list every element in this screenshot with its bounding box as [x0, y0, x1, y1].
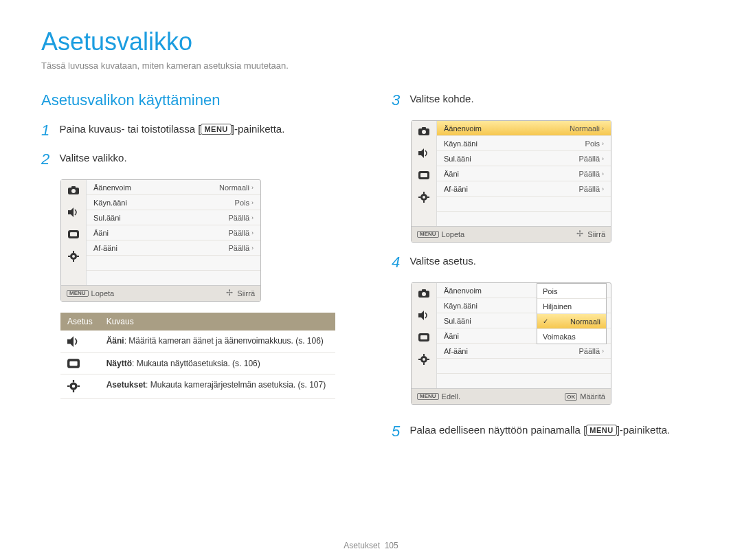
sound-icon: [418, 147, 430, 159]
menu-icon: MENU: [417, 231, 439, 238]
lcd-sidebar: [61, 180, 87, 285]
svg-marker-12: [67, 336, 74, 347]
submenu-overlay: Pois Hiljainen ✓Normaali Voimakas: [537, 283, 607, 344]
gear-icon: [60, 374, 100, 399]
step-number: 5: [392, 423, 407, 440]
svg-rect-19: [67, 385, 69, 387]
menu-icon: MENU: [417, 393, 439, 401]
svg-rect-8: [73, 251, 74, 253]
gear-icon: [418, 353, 430, 366]
svg-rect-30: [423, 201, 425, 203]
display-icon: [60, 353, 100, 374]
lcd-footer: MENUEdell. OKMääritä: [412, 388, 611, 404]
list-item: ÄänenvoimNormaali›: [87, 180, 260, 195]
svg-rect-34: [422, 289, 426, 291]
table-row: Näyttö: Mukauta näyttöasetuksia. (s. 106…: [60, 353, 335, 374]
table-header: Asetus: [60, 313, 100, 331]
list-item: Af-ääniPäällä›: [437, 181, 611, 197]
menu-icon: MENU: [67, 290, 89, 298]
display-icon: [418, 331, 430, 344]
svg-rect-9: [73, 260, 74, 262]
svg-rect-20: [78, 385, 80, 387]
step-number: 3: [392, 91, 407, 109]
step-5: 5 Palaa edelliseen näyttöön painamalla […: [392, 423, 701, 440]
step-text: Palaa edelliseen näyttöön painamalla [ME…: [409, 423, 670, 437]
svg-rect-14: [69, 361, 77, 366]
svg-rect-11: [77, 256, 79, 257]
step-number: 4: [392, 254, 407, 271]
lcd-screenshot-1: ÄänenvoimNormaali› Käyn.ääniPois› Sul.ää…: [60, 179, 261, 302]
ok-icon: OK: [565, 393, 577, 401]
step-text: Valitse asetus.: [409, 254, 475, 268]
section-heading: Asetusvalikon käyttäminen: [41, 91, 350, 109]
lcd-sidebar: [412, 121, 437, 226]
svg-marker-3: [68, 208, 74, 217]
list-item-selected: ÄänenvoimNormaali›: [437, 121, 611, 136]
camera-icon: [67, 184, 80, 197]
svg-rect-17: [73, 380, 74, 382]
svg-point-2: [71, 189, 76, 193]
page-title: Asetusvalikko: [41, 27, 701, 56]
dpad-icon: [226, 289, 234, 298]
svg-rect-42: [423, 363, 425, 365]
svg-marker-24: [418, 148, 424, 158]
svg-point-28: [423, 196, 425, 199]
list-item: Af-ääniPäällä›: [87, 240, 260, 256]
display-icon: [67, 228, 80, 240]
list-item: ÄäniPäällä›: [437, 166, 611, 181]
svg-rect-31: [418, 197, 420, 198]
lcd-screenshot-3: Äänenvoim Käyn.ääni Sul.ääni Ääni Af-ään…: [411, 282, 611, 405]
step-2: 2 Valitse valikko.: [41, 150, 350, 168]
sound-icon: [60, 331, 100, 353]
gear-icon: [67, 250, 80, 262]
gear-icon: [418, 191, 430, 203]
lcd-screenshot-2: ÄänenvoimNormaali› Käyn.ääniPois› Sul.ää…: [411, 120, 611, 243]
step-text: Valitse valikko.: [59, 150, 126, 165]
svg-point-40: [423, 358, 425, 361]
list-item: Sul.ääniPäällä›: [437, 151, 611, 166]
sound-icon: [67, 206, 80, 219]
svg-rect-5: [70, 232, 77, 236]
dpad-icon: [576, 230, 585, 238]
lcd-footer: MENULopeta Siirrä: [412, 226, 611, 242]
svg-point-35: [422, 292, 426, 296]
svg-point-23: [422, 130, 426, 134]
table-row: Ääni: Määritä kameran äänet ja äänenvoim…: [60, 331, 335, 353]
list-item: Pois: [537, 284, 606, 299]
svg-rect-26: [420, 173, 427, 177]
svg-rect-22: [422, 127, 426, 129]
svg-point-16: [72, 385, 76, 388]
table-row: Asetukset: Mukauta kamerajärjestelmän as…: [60, 374, 335, 399]
menu-button-label: MENU: [201, 124, 231, 135]
lcd-footer: MENULopeta Siirrä: [61, 285, 260, 301]
svg-point-7: [72, 255, 75, 258]
step-3: 3 Valitse kohde.: [392, 91, 701, 109]
display-icon: [418, 169, 430, 181]
lcd-menu-list: ÄänenvoimNormaali› Käyn.ääniPois› Sul.ää…: [437, 121, 611, 226]
svg-rect-32: [427, 197, 429, 198]
check-icon: ✓: [543, 317, 548, 325]
step-1: 1 Paina kuvaus- tai toistotilassa [MENU]…: [41, 122, 350, 139]
svg-rect-41: [423, 354, 425, 356]
svg-rect-29: [423, 192, 425, 194]
svg-rect-38: [420, 335, 427, 339]
list-item: Hiljainen: [537, 299, 606, 314]
settings-table: Asetus Kuvaus Ääni: Määritä kameran ääne…: [60, 313, 335, 399]
camera-icon: [418, 125, 430, 137]
step-4: 4 Valitse asetus.: [392, 254, 701, 271]
list-item-selected: ✓Normaali: [537, 314, 606, 329]
svg-marker-36: [418, 311, 424, 320]
svg-rect-10: [68, 256, 70, 257]
table-header: Kuvaus: [100, 313, 335, 331]
step-number: 1: [41, 122, 56, 139]
svg-rect-43: [418, 359, 420, 360]
list-item: Käyn.ääniPois›: [87, 195, 260, 210]
camera-icon: [418, 287, 430, 300]
step-text: Valitse kohde.: [409, 91, 473, 106]
list-item: ÄäniPäällä›: [87, 225, 260, 240]
list-item: Sul.ääniPäällä›: [87, 210, 260, 225]
list-item: Käyn.ääniPois›: [437, 136, 611, 151]
lcd-menu-list: Äänenvoim Käyn.ääni Sul.ääni Ääni Af-ään…: [437, 283, 611, 388]
list-item: Af-ääniPäällä›: [437, 344, 611, 359]
step-text: Paina kuvaus- tai toistotilassa [MENU]-p…: [59, 122, 284, 136]
